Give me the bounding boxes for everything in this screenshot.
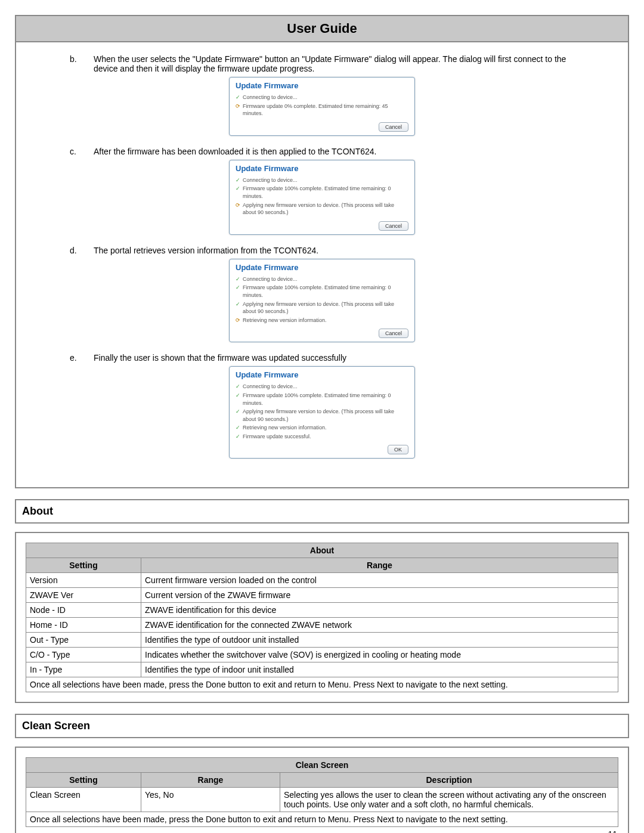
dialog-line-text: Firmware update successful. (243, 433, 311, 441)
update-firmware-dialog: Update Firmware✓Connecting to device...⟳… (229, 77, 415, 136)
dialog-line: ✓Firmware update successful. (236, 433, 408, 441)
table-row: VersionCurrent firmware version loaded o… (26, 573, 618, 588)
table-row: In - TypeIdentifies the type of indoor u… (26, 662, 618, 677)
dialog-line: ✓Connecting to device... (236, 94, 408, 101)
list-item: e.Finally the user is shown that the fir… (70, 353, 574, 363)
dialog-title: Update Firmware (236, 81, 408, 90)
about-heading-box: About (15, 499, 629, 524)
dialog-line-text: Firmware update 100% complete. Estimated… (243, 392, 408, 407)
dialog-line: ✓Applying new firmware version to device… (236, 301, 408, 315)
list-letter: e. (70, 353, 94, 363)
loading-icon: ⟳ (236, 202, 240, 209)
clean-table: Clean ScreenSettingRangeDescriptionClean… (26, 757, 618, 827)
table-cell: Current version of the ZWAVE firmware (141, 588, 618, 603)
cancel-button[interactable]: Cancel (379, 329, 408, 338)
list-item: d.The portal retrieves version informati… (70, 246, 574, 255)
table-cell: Current firmware version loaded on the c… (141, 573, 618, 588)
check-icon: ✓ (236, 392, 240, 400)
dialog-line-text: Connecting to device... (243, 94, 298, 101)
table-row: Home - IDZWAVE identification for the co… (26, 618, 618, 633)
dialog-title: Update Firmware (236, 370, 408, 379)
page-title: User Guide (16, 16, 628, 42)
main-panel: User Guide b.When the user selects the "… (15, 15, 629, 488)
dialog-line: ✓Connecting to device... (236, 176, 408, 184)
check-icon: ✓ (236, 383, 240, 391)
table-cell: Out - Type (26, 633, 141, 648)
dialog-line-text: Connecting to device... (243, 176, 298, 184)
check-icon: ✓ (236, 185, 240, 193)
loading-icon: ⟳ (236, 103, 240, 110)
list-letter: b. (70, 54, 94, 73)
check-icon: ✓ (236, 94, 240, 101)
table-row: Node - IDZWAVE identification for this d… (26, 603, 618, 618)
dialog-button-row: Cancel (236, 122, 408, 132)
table-row: ZWAVE VerCurrent version of the ZWAVE fi… (26, 588, 618, 603)
dialog-line: ⟳Firmware update 0% complete. Estimated … (236, 103, 408, 117)
table-title: About (26, 543, 618, 558)
list-text: When the user selects the "Update Firmwa… (94, 54, 574, 73)
table-header: Setting (26, 558, 141, 573)
dialog-line-text: Applying new firmware version to device.… (243, 301, 408, 315)
table-header: Setting (26, 773, 141, 788)
table-cell: ZWAVE identification for this device (141, 603, 618, 618)
table-header: Range (141, 558, 618, 573)
list-item: b.When the user selects the "Update Firm… (70, 54, 574, 73)
table-row: C/O - TypeIndicates whether the switchov… (26, 648, 618, 662)
table-cell: Selecting yes allows the user to clean t… (280, 788, 618, 812)
dialog-line-text: Firmware update 100% complete. Estimated… (243, 284, 408, 299)
table-cell: Version (26, 573, 141, 588)
cancel-button[interactable]: Cancel (379, 122, 408, 132)
dialog-line: ⟳Applying new firmware version to device… (236, 202, 408, 216)
dialog-line-text: Connecting to device... (243, 383, 298, 391)
table-cell: ZWAVE Ver (26, 588, 141, 603)
table-footer: Once all selections have been made, pres… (26, 812, 618, 827)
dialog-line: ✓Firmware update 100% complete. Estimate… (236, 284, 408, 299)
ok-button[interactable]: OK (388, 445, 408, 454)
dialog-line: ⟳Retrieving new version information. (236, 317, 408, 324)
check-icon: ✓ (236, 424, 240, 432)
list-text: Finally the user is shown that the firmw… (94, 353, 574, 363)
table-cell: Indicates whether the switchover valve (… (141, 648, 618, 662)
table-header: Range (141, 773, 280, 788)
dialog-line-text: Applying new firmware version to device.… (243, 202, 408, 216)
list-text: After the firmware has been downloaded i… (94, 147, 574, 156)
check-icon: ✓ (236, 408, 240, 416)
list-text: The portal retrieves version information… (94, 246, 574, 255)
list-item: c.After the firmware has been downloaded… (70, 147, 574, 156)
table-cell: Yes, No (141, 788, 280, 812)
table-title: Clean Screen (26, 758, 618, 773)
about-table: AboutSettingRangeVersionCurrent firmware… (26, 543, 618, 692)
update-firmware-dialog: Update Firmware✓Connecting to device...✓… (229, 366, 415, 459)
dialog-line: ✓Applying new firmware version to device… (236, 408, 408, 423)
update-firmware-dialog: Update Firmware✓Connecting to device...✓… (229, 160, 415, 235)
body-area: b.When the user selects the "Update Firm… (16, 42, 628, 487)
dialog-line-text: Retrieving new version information. (243, 424, 327, 432)
dialog-line-text: Connecting to device... (243, 275, 298, 283)
dialog-line-text: Firmware update 0% complete. Estimated t… (243, 103, 408, 117)
about-table-wrap: AboutSettingRangeVersionCurrent firmware… (15, 532, 629, 703)
clean-heading: Clean Screen (22, 720, 90, 732)
check-icon: ✓ (236, 176, 240, 184)
cancel-button[interactable]: Cancel (379, 221, 408, 231)
dialog-line: ✓Connecting to device... (236, 275, 408, 283)
list-letter: c. (70, 147, 94, 156)
table-cell: Identifies the type of outdoor unit inst… (141, 633, 618, 648)
loading-icon: ⟳ (236, 317, 240, 324)
dialog-line: ✓Firmware update 100% complete. Estimate… (236, 185, 408, 200)
table-header: Description (280, 773, 618, 788)
dialog-line: ✓Retrieving new version information. (236, 424, 408, 432)
dialog-line-text: Firmware update 100% complete. Estimated… (243, 185, 408, 200)
check-icon: ✓ (236, 433, 240, 441)
check-icon: ✓ (236, 301, 240, 308)
dialog-title: Update Firmware (236, 263, 408, 272)
table-cell: Clean Screen (26, 788, 141, 812)
clean-heading-box: Clean Screen (15, 714, 629, 738)
dialog-button-row: OK (236, 445, 408, 454)
table-cell: C/O - Type (26, 648, 141, 662)
table-cell: ZWAVE identification for the connected Z… (141, 618, 618, 633)
table-cell: Home - ID (26, 618, 141, 633)
dialog-line-text: Applying new firmware version to device.… (243, 408, 408, 423)
page-number: 11 (26, 827, 618, 833)
update-firmware-dialog: Update Firmware✓Connecting to device...✓… (229, 259, 415, 343)
check-icon: ✓ (236, 275, 240, 283)
